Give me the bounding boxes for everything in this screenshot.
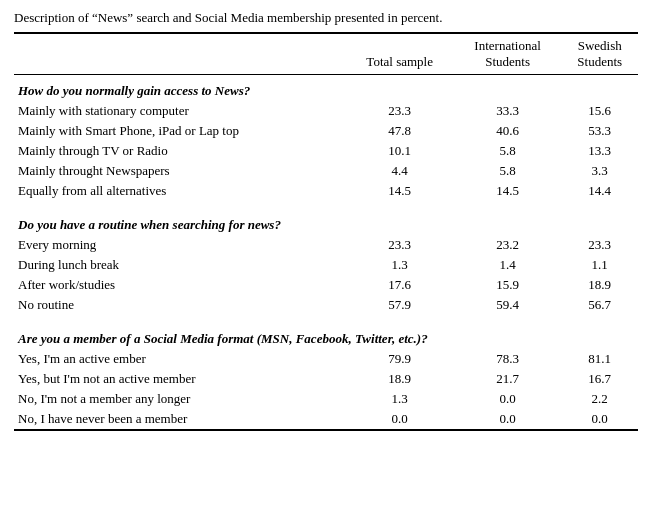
row-swedish: 3.3 (561, 161, 638, 181)
row-label: Mainly through TV or Radio (14, 141, 346, 161)
row-total: 79.9 (346, 349, 454, 369)
row-total: 23.3 (346, 101, 454, 121)
row-intl: 59.4 (454, 295, 562, 315)
row-intl: 0.0 (454, 389, 562, 409)
row-total: 10.1 (346, 141, 454, 161)
row-total: 17.6 (346, 275, 454, 295)
row-swedish: 1.1 (561, 255, 638, 275)
table-row: Yes, but I'm not an active member 18.9 2… (14, 369, 638, 389)
row-swedish: 15.6 (561, 101, 638, 121)
row-total: 1.3 (346, 389, 454, 409)
row-swedish: 56.7 (561, 295, 638, 315)
section-header-text: Are you a member of a Social Media forma… (14, 323, 638, 349)
row-label: Yes, but I'm not an active member (14, 369, 346, 389)
row-intl: 5.8 (454, 161, 562, 181)
row-total: 0.0 (346, 409, 454, 430)
caption: Description of “News” search and Social … (14, 10, 638, 26)
row-label: During lunch break (14, 255, 346, 275)
section-header-text: How do you normally gain access to News? (14, 75, 638, 102)
table-row: No routine 57.9 59.4 56.7 (14, 295, 638, 315)
row-intl: 14.5 (454, 181, 562, 201)
row-label: Mainly with stationary computer (14, 101, 346, 121)
row-label: No, I have never been a member (14, 409, 346, 430)
header-swedish: Swedish Students (561, 33, 638, 75)
header-total-sample: Total sample (346, 33, 454, 75)
row-label: Mainly with Smart Phone, iPad or Lap top (14, 121, 346, 141)
section-header-section2: Do you have a routine when searching for… (14, 209, 638, 235)
table-row: After work/studies 17.6 15.9 18.9 (14, 275, 638, 295)
header-col1 (14, 33, 346, 75)
table-row: During lunch break 1.3 1.4 1.1 (14, 255, 638, 275)
row-intl: 5.8 (454, 141, 562, 161)
table-row: No, I have never been a member 0.0 0.0 0… (14, 409, 638, 430)
row-intl: 1.4 (454, 255, 562, 275)
row-swedish: 81.1 (561, 349, 638, 369)
table-row: Every morning 23.3 23.2 23.3 (14, 235, 638, 255)
row-total: 4.4 (346, 161, 454, 181)
row-swedish: 13.3 (561, 141, 638, 161)
row-total: 14.5 (346, 181, 454, 201)
table-row: Yes, I'm an active ember 79.9 78.3 81.1 (14, 349, 638, 369)
row-label: Yes, I'm an active ember (14, 349, 346, 369)
table-row: Mainly through TV or Radio 10.1 5.8 13.3 (14, 141, 638, 161)
row-swedish: 2.2 (561, 389, 638, 409)
row-swedish: 0.0 (561, 409, 638, 430)
row-total: 47.8 (346, 121, 454, 141)
row-intl: 21.7 (454, 369, 562, 389)
row-intl: 23.2 (454, 235, 562, 255)
row-label: After work/studies (14, 275, 346, 295)
table-row: Mainly with Smart Phone, iPad or Lap top… (14, 121, 638, 141)
row-swedish: 18.9 (561, 275, 638, 295)
spacer-row (14, 201, 638, 209)
row-total: 23.3 (346, 235, 454, 255)
row-label: No, I'm not a member any longer (14, 389, 346, 409)
table-row: Equally from all alternatives 14.5 14.5 … (14, 181, 638, 201)
row-swedish: 53.3 (561, 121, 638, 141)
row-total: 1.3 (346, 255, 454, 275)
row-intl: 15.9 (454, 275, 562, 295)
row-label: Equally from all alternatives (14, 181, 346, 201)
row-label: No routine (14, 295, 346, 315)
row-intl: 0.0 (454, 409, 562, 430)
table-row: Mainly with stationary computer 23.3 33.… (14, 101, 638, 121)
row-label: Every morning (14, 235, 346, 255)
row-intl: 33.3 (454, 101, 562, 121)
row-swedish: 16.7 (561, 369, 638, 389)
table-row: Mainly throught Newspapers 4.4 5.8 3.3 (14, 161, 638, 181)
section-header-section1: How do you normally gain access to News? (14, 75, 638, 102)
row-intl: 78.3 (454, 349, 562, 369)
table-row: No, I'm not a member any longer 1.3 0.0 … (14, 389, 638, 409)
row-swedish: 23.3 (561, 235, 638, 255)
section-header-section3: Are you a member of a Social Media forma… (14, 323, 638, 349)
spacer-row (14, 315, 638, 323)
row-swedish: 14.4 (561, 181, 638, 201)
row-total: 57.9 (346, 295, 454, 315)
header-international: International Students (454, 33, 562, 75)
row-label: Mainly throught Newspapers (14, 161, 346, 181)
section-header-text: Do you have a routine when searching for… (14, 209, 638, 235)
row-total: 18.9 (346, 369, 454, 389)
row-intl: 40.6 (454, 121, 562, 141)
